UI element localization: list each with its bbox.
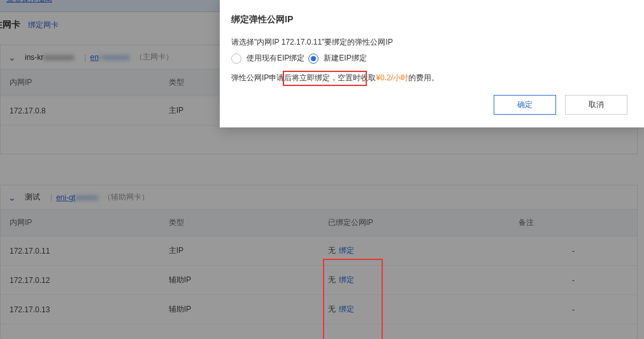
radio-create-new[interactable] (308, 54, 318, 64)
modal-subtitle: 请选择"内网IP 172.17.0.11"要绑定的弹性公网IP (231, 37, 627, 48)
radio-use-existing[interactable] (231, 54, 241, 64)
radio-create-new-label: 新建EIP绑定 (324, 53, 366, 64)
pricing-note: 弹性公网IP申请后将立即绑定，空置时收取¥0.2/小时的费用。 (231, 73, 627, 83)
modal-title: 绑定弹性公网IP (231, 14, 627, 25)
cancel-button[interactable]: 取消 (565, 95, 627, 115)
confirm-button[interactable]: 确定 (494, 95, 556, 115)
radio-group: 使用现有EIP绑定 新建EIP绑定 (231, 53, 627, 64)
radio-use-existing-label: 使用现有EIP绑定 (247, 53, 304, 64)
price-text: ¥0.2/小时 (376, 73, 408, 82)
bind-eip-modal: 绑定弹性公网IP 请选择"内网IP 172.17.0.11"要绑定的弹性公网IP… (220, 0, 644, 127)
